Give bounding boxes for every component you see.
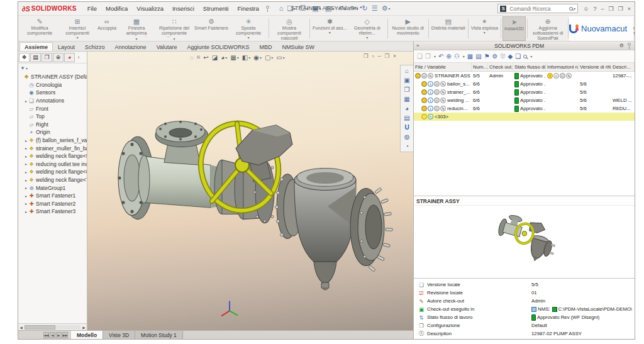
search-icon[interactable] <box>523 53 527 60</box>
displaymanager-icon[interactable]: ◕ <box>64 53 75 62</box>
tab-aggiunte-solidworks[interactable]: Aggiunte SOLIDWORKS <box>182 42 254 51</box>
distinta-materiali-button[interactable]: ▤Distinta materiali <box>430 16 467 41</box>
model-3d-strainer-assembly[interactable] <box>87 52 413 330</box>
tree-item[interactable]: ▸❖reducing outlet tee inch<3> (RTee In <box>19 160 87 169</box>
aggiorna-speedpak-button[interactable]: ⊕Aggiorna sottoassiemi di SpeedPak <box>529 16 567 41</box>
inserisci-componenti-button[interactable]: ⊞Inserisci componenti▾ <box>58 16 96 41</box>
bom-view-icon[interactable]: ▤ <box>475 53 481 60</box>
column-descri[interactable]: Descri... <box>611 63 635 71</box>
expand-arrow-icon[interactable]: ▸ <box>24 138 28 143</box>
scrollbar-thumb[interactable] <box>25 325 55 330</box>
scroll-right-icon[interactable]: ▶ <box>81 325 87 330</box>
checkin-icon[interactable]: ❐ <box>425 53 431 60</box>
zoom-fit-icon[interactable]: ◌ <box>190 54 194 61</box>
tree-filter[interactable]: ▼ ▾ <box>18 64 87 72</box>
properties-pane-icon[interactable]: ▤ <box>404 114 409 121</box>
doc-restore-icon[interactable]: ❐ <box>384 53 389 59</box>
column-informazioni-ra[interactable]: Informazioni ra... <box>546 63 579 71</box>
expand-arrow-icon[interactable]: ▸ <box>24 209 28 214</box>
split-view-icon[interactable]: ▫ <box>372 53 374 59</box>
tree-item[interactable]: ❖STRAINER ASSY (Default<Default_Displa <box>19 73 87 81</box>
model-tab-modello[interactable]: Modello <box>71 331 103 339</box>
tree-item[interactable]: ▸❖welding neck flange<5> (WNeck Fla <box>19 152 87 160</box>
pdm-file-row[interactable]: i–✎ballon_s...6/6Approvato ...5/6 <box>414 80 635 88</box>
tools-icon[interactable]: ⚙ <box>492 53 498 60</box>
sposta-componente-button[interactable]: ✳Sposta componente▾ <box>230 16 267 41</box>
model-tab-viste-3d[interactable]: Viste 3D <box>103 331 135 339</box>
menu-file[interactable]: File <box>83 5 101 12</box>
pdm-file-row[interactable]: ↻<303> <box>414 113 635 121</box>
menu-finestra[interactable]: Finestra <box>233 5 263 12</box>
scroll-left-icon[interactable]: ◀ <box>18 325 24 330</box>
new-window-icon[interactable]: ❒ <box>364 53 369 59</box>
tree-item[interactable]: ◷Cronologia <box>19 81 87 89</box>
permissions-icon[interactable]: ⛆ <box>501 53 506 60</box>
tree-horizontal-scrollbar[interactable]: ◀ ▶ <box>18 323 87 330</box>
users-icon[interactable]: ⚇ <box>454 53 460 60</box>
tree-item[interactable]: ▸❖welding neck flange<6> (WNeck Fla <box>19 168 87 176</box>
instant3d-button[interactable]: ➤Instant3D <box>502 16 526 41</box>
vista-esplosa-button[interactable]: ✴Vista esplosa▾ <box>470 16 499 41</box>
preview-doc-icon[interactable]: ❏ <box>515 53 521 60</box>
featuremanager-icon[interactable]: ❖ <box>19 53 30 62</box>
column-versione-di-rife[interactable]: Versione di rife... <box>579 63 611 71</box>
menu-strumenti[interactable]: Strumenti <box>199 5 233 12</box>
configurationmanager-icon[interactable]: ❐ <box>42 53 52 62</box>
hide-show-items-icon[interactable]: ◉▾ <box>253 54 262 61</box>
minimize-button[interactable]: – <box>601 6 604 12</box>
workflow-icon[interactable]: ⚑ <box>484 53 490 60</box>
menu-visualizza[interactable]: Visualizza <box>132 5 168 12</box>
previous-view-icon[interactable]: ↩ <box>203 54 208 61</box>
command-search[interactable]: S ▾ <box>497 4 578 13</box>
tab-valutare[interactable]: Valutare <box>152 42 182 51</box>
expand-arrow-icon[interactable]: ▸ <box>24 178 28 182</box>
expand-arrow-icon[interactable]: ▸ <box>24 162 28 166</box>
pdm-file-row[interactable]: –✎STRAINER ASSY ...5/5AdminApprovato ...… <box>414 72 635 80</box>
accoppia-button[interactable]: ∞Accoppia <box>96 16 118 41</box>
tab-nmsuite-sw[interactable]: NMSuite SW <box>277 42 320 51</box>
pdm-file-row[interactable]: i–✎strainer_...6/6Approvato ...5/6 <box>414 88 635 96</box>
tree-item[interactable]: ▱Top <box>19 113 87 121</box>
finestra-anteprima-button[interactable]: ▦Finestra anteprima componente▾ <box>118 16 155 41</box>
checkout-icon[interactable]: ❏ <box>417 53 423 60</box>
tree-item[interactable]: ▸✚Smart Fastener3 <box>19 208 87 216</box>
caret-down-icon[interactable]: ▾ <box>463 54 465 58</box>
scene-icon[interactable]: ▢▾ <box>265 54 273 61</box>
dimxpert-icon[interactable]: ⊕ <box>53 53 64 62</box>
view-orientation-icon[interactable]: ▦▾ <box>230 54 238 61</box>
display-style-icon[interactable]: ◧▾ <box>242 54 250 61</box>
menu-inserisci[interactable]: Inserisci <box>168 5 199 12</box>
menu-modifica[interactable]: Modifica <box>101 5 132 12</box>
prev-tab-icon[interactable]: ◀ <box>50 332 55 338</box>
last-tab-icon[interactable]: ▶▶ <box>62 332 68 338</box>
expand-arrow-icon[interactable]: ▸ <box>24 99 28 103</box>
tab-layout[interactable]: Layout <box>53 42 80 51</box>
restore-button[interactable]: ❐ <box>618 6 623 12</box>
file-properties-button[interactable]: ☰ <box>370 4 379 13</box>
column-check-out[interactable]: Check out... <box>488 63 513 71</box>
appearances-pane-icon[interactable]: ◕ <box>405 105 409 112</box>
tree-item[interactable]: ⌖Origin <box>19 128 87 136</box>
tab-mbd[interactable]: MBD <box>255 42 277 51</box>
expand-arrow-icon[interactable]: ▸ <box>24 154 28 158</box>
modifica-componente-button[interactable]: ✎Modifica componente <box>21 16 58 41</box>
tree-item[interactable]: ◉Sensors <box>19 89 87 97</box>
tree-item[interactable]: ▱Right <box>19 121 87 129</box>
tree-item[interactable]: ▱Front <box>19 104 87 113</box>
mostra-componenti-nascosti-button[interactable]: ◎Mostra componenti nascosti <box>270 16 308 41</box>
column-file-variabile[interactable]: File / Variabile <box>414 63 472 71</box>
tree-item[interactable]: ▸❖welding neck flange<7> (WNeck Fla <box>19 176 87 184</box>
expand-panel-icon[interactable]: › <box>75 53 82 62</box>
pdm-table-empty-area[interactable] <box>414 121 635 196</box>
geometria-riferimento-button[interactable]: ◇Geometria di riferim...▾ <box>348 16 386 41</box>
get-version-icon[interactable]: ⊕ <box>446 53 451 60</box>
expand-arrow-icon[interactable]: ▸ <box>24 201 28 206</box>
tab-assieme[interactable]: Assieme <box>19 42 53 51</box>
zoom-area-icon[interactable]: ⌗ <box>197 53 201 61</box>
tab-schizzo[interactable]: Schizzo <box>80 42 110 51</box>
panel-toggle-button[interactable]: ❒ <box>609 6 614 12</box>
vault-view-icon[interactable]: ◆ <box>508 53 513 60</box>
doc-close-icon[interactable]: × <box>393 53 396 59</box>
forum-icon[interactable]: ◍ <box>404 133 410 140</box>
design-library-icon[interactable]: ▣ <box>404 77 409 84</box>
